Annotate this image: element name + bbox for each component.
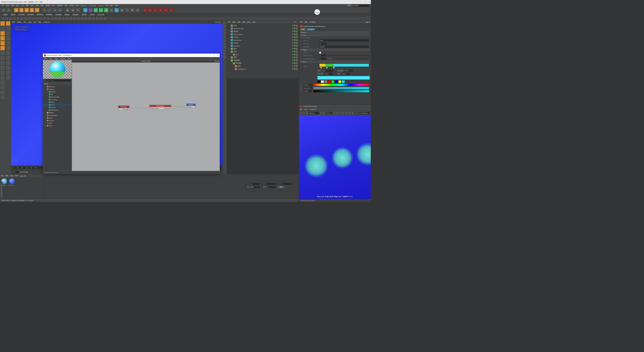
render-pic-button[interactable]: ▣ — [65, 8, 70, 12]
menu-simulate[interactable]: 模拟 — [41, 5, 44, 7]
lt2-opt10[interactable] — [6, 70, 10, 75]
object-row[interactable]: +随机 — [227, 47, 298, 50]
rv-zoom-field[interactable]: 50% — [355, 112, 359, 114]
sb19[interactable] — [69, 17, 72, 20]
mt11[interactable] — [223, 56, 226, 59]
sb12[interactable] — [43, 17, 46, 20]
sb21[interactable] — [77, 17, 80, 20]
sb10[interactable] — [35, 17, 39, 20]
minimize-icon[interactable]: — — [360, 1, 361, 3]
rv-tab-file[interactable]: File — [300, 109, 302, 110]
rv-fit-dropdown[interactable]: Fit Window — [360, 112, 370, 114]
sg-tree-item[interactable]: Texture — [43, 106, 72, 109]
sb4[interactable] — [13, 17, 16, 20]
z-axis-toggle[interactable]: Z — [53, 8, 57, 12]
lt-soft[interactable] — [0, 65, 5, 70]
object-row[interactable]: -细分曲面 — [227, 62, 298, 65]
menu-file[interactable]: 文件 — [1, 5, 4, 7]
coord-apply-button[interactable]: 应用 — [277, 186, 285, 188]
lt2-opt11[interactable] — [6, 75, 10, 80]
object-row[interactable]: xpEmitter — [227, 45, 298, 48]
lt-misc3[interactable] — [0, 80, 5, 85]
play-controls[interactable]: ◀◀ ◀ ▶ ▶▶ — [20, 171, 28, 173]
rv-tab-view[interactable]: View — [304, 109, 307, 110]
h-field[interactable]: 196.77 ° — [304, 83, 312, 86]
close-icon[interactable]: ✕ — [369, 1, 370, 3]
rs-btn-5[interactable]: ● — [164, 8, 168, 12]
coord-mode2[interactable]: 绝对尺寸 — [262, 186, 276, 188]
knotpos-field[interactable]: 30 % — [325, 73, 333, 75]
deformer-tool[interactable]: ◈ — [114, 8, 119, 12]
menu-realflow[interactable]: RealFlow — [81, 5, 87, 6]
swatch-white[interactable] — [321, 80, 324, 83]
sg-close-icon[interactable]: ✕ — [217, 55, 219, 56]
lt2-opt5[interactable] — [6, 46, 10, 50]
sg-tree-item[interactable]: +Lights — [43, 117, 72, 119]
sb27[interactable] — [99, 17, 103, 20]
sb13[interactable] — [47, 17, 50, 20]
menu-plugins[interactable]: 插件 — [76, 5, 79, 7]
object-row[interactable]: xpLimit — [227, 36, 298, 39]
sb2[interactable] — [5, 17, 9, 20]
lt-snap[interactable] — [0, 56, 5, 60]
sb5[interactable] — [17, 17, 20, 20]
obj-tab-object[interactable]: 对象 — [243, 21, 246, 23]
sg-tree-item[interactable]: -Textures — [43, 88, 72, 91]
menu-window[interactable]: 窗口 — [110, 5, 113, 7]
rs-btn-4[interactable]: ● — [158, 8, 163, 12]
psr-button[interactable]: PSR — [135, 8, 140, 12]
sg-tree-item[interactable]: +Color — [43, 124, 72, 127]
sg-tree-item[interactable]: Camera Map — [43, 96, 72, 98]
vp-tab-display[interactable]: 显示 — [23, 21, 26, 23]
swatch-red[interactable] — [328, 80, 331, 83]
menu-tracker[interactable]: 跟踪器 — [46, 5, 50, 7]
mt10[interactable] — [223, 53, 226, 56]
object-list[interactable]: 平面RS Dome Light+摄像机xpConstraintsxpLimitx… — [227, 24, 299, 71]
sg-tree-item[interactable]: +Math — [43, 122, 72, 124]
rotate-tool[interactable]: ◯ — [30, 8, 34, 12]
bias-field[interactable]: 100 % — [341, 73, 350, 75]
lt2-opt1[interactable] — [6, 26, 10, 31]
sg-tree-item[interactable]: +Volume — [43, 119, 72, 122]
sb22[interactable] — [80, 17, 84, 20]
noisefreq-slider[interactable] — [328, 58, 369, 59]
field-cylinder[interactable]: 圆柱体域 — [26, 13, 35, 16]
eyedropper-icon[interactable]: ✎ — [369, 80, 370, 83]
world-toggle[interactable]: 🌐 — [58, 8, 62, 12]
vp-tab-prorender[interactable]: ProRender — [43, 21, 50, 23]
swatch-black[interactable] — [317, 80, 320, 83]
sb11[interactable] — [39, 17, 43, 20]
lt2-opt4[interactable] — [6, 41, 10, 45]
rv-channel-dropdown[interactable]: Beauty — [309, 112, 319, 114]
rs-btn-3[interactable]: ● — [153, 8, 157, 12]
subdiv-tool[interactable]: ◉ — [94, 8, 98, 12]
redo-button[interactable]: ↷ — [7, 8, 11, 12]
lt2-opt8[interactable] — [6, 61, 10, 65]
node-output[interactable]: Output Surface — [186, 104, 196, 108]
rv-stop-button[interactable] — [303, 112, 305, 115]
light-tool[interactable]: 💡 — [130, 8, 134, 12]
mt3[interactable] — [223, 28, 226, 31]
mat-tab-cycles[interactable]: Cycles 4D — [19, 175, 26, 177]
sg-tree-item[interactable]: +Environment — [43, 114, 72, 116]
mt7[interactable] — [223, 42, 226, 45]
coord-z[interactable]: 0 cm — [248, 183, 260, 185]
lt-misc5[interactable] — [0, 90, 5, 95]
mt4[interactable] — [223, 32, 226, 35]
lt2-opt9[interactable] — [6, 65, 10, 70]
obj-tab-edit[interactable]: 编辑 — [232, 21, 235, 23]
mt2[interactable] — [223, 25, 226, 28]
current-color-swatch[interactable] — [317, 76, 370, 79]
attr-tab-basic[interactable]: 基本 — [300, 28, 306, 31]
mt6[interactable] — [223, 38, 226, 42]
attr-tab-userdata[interactable]: 用户数据 — [310, 21, 315, 23]
field-capsule[interactable]: 胶囊体域 — [45, 13, 54, 16]
shader-graph-window[interactable]: Redshift Shader Graph - RS Material.1 — … — [43, 54, 220, 174]
object-row[interactable]: 文本 — [227, 53, 298, 56]
camera-tool[interactable]: 📷 — [125, 8, 129, 12]
render-region-button[interactable]: ▤ — [71, 8, 75, 12]
rv-render-button[interactable] — [300, 112, 302, 115]
object-row[interactable]: 径向域 — [227, 41, 298, 45]
lt-cube[interactable] — [0, 21, 5, 26]
node-rs-ramp[interactable]: RS Ramp Out Color — [118, 106, 129, 110]
